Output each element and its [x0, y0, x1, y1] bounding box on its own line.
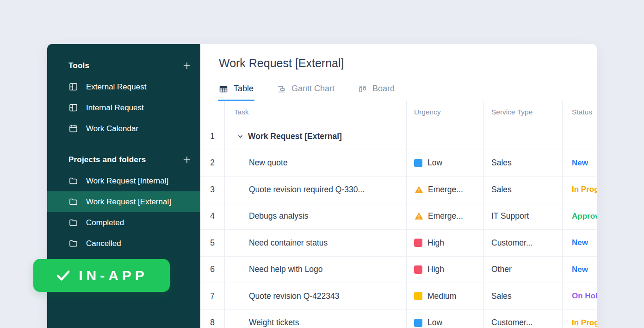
row-number: 8	[200, 310, 224, 328]
row-number: 4	[200, 203, 224, 230]
column-header-task[interactable]: Task	[224, 101, 406, 123]
status-cell[interactable]: New	[562, 230, 597, 256]
badge-label: IN-APP	[79, 268, 148, 284]
tab-label: Gantt Chart	[291, 84, 334, 94]
service-type-cell[interactable]: Customer...	[483, 310, 562, 328]
column-header-service-type[interactable]: Service Type	[483, 101, 562, 123]
service-type-cell[interactable]: Sales	[483, 150, 562, 177]
sidebar-section-title: Projects and folders	[68, 155, 146, 164]
sidebar-item-internal-request[interactable]: Internal Request	[47, 97, 200, 118]
urgency-swatch	[414, 159, 422, 167]
task-cell[interactable]: Weight tickets	[224, 310, 406, 328]
sidebar-item-completed[interactable]: Completed	[47, 212, 200, 233]
sidebar-section-title: Tools	[68, 61, 89, 70]
in-app-badge: IN-APP	[33, 259, 170, 292]
sidebar-item-work-calendar[interactable]: Work Calendar	[47, 118, 200, 139]
sidebar-item-label: Work Request [Internal]	[86, 177, 168, 186]
warning-icon	[414, 185, 424, 195]
service-type-cell[interactable]: IT Support	[483, 203, 562, 230]
task-cell[interactable]: Need help with Logo	[224, 257, 406, 283]
sidebar-item-external-request[interactable]: External Request	[47, 76, 200, 97]
table-row: 4Debugs analysisEmerge...IT SupportAppro…	[200, 203, 597, 230]
main-panel: Work Request [External] TableGantt Chart…	[200, 44, 597, 328]
status-label: New	[572, 238, 588, 247]
status-cell[interactable]: Approved	[562, 203, 597, 230]
sidebar-section-header: Projects and folders	[47, 154, 200, 166]
urgency-cell[interactable]: High	[406, 257, 483, 283]
folder-icon	[68, 239, 78, 248]
urgency-cell[interactable]: Low	[406, 150, 483, 177]
row-number: 2	[200, 150, 224, 177]
service-type-label: Other	[491, 265, 512, 274]
board-icon	[358, 84, 367, 94]
task-cell[interactable]: Work Request [External]	[224, 123, 406, 150]
urgency-cell[interactable]	[406, 123, 483, 150]
urgency-cell[interactable]: Emerge...	[406, 203, 483, 230]
column-header-urgency[interactable]: Urgency	[406, 101, 483, 123]
urgency-cell[interactable]: Low	[406, 310, 483, 328]
sidebar-item-label: Work Request [External]	[86, 197, 171, 207]
task-cell[interactable]: Need container status	[224, 230, 406, 256]
urgency-cell[interactable]: Emerge...	[406, 177, 483, 203]
plus-icon[interactable]	[182, 155, 192, 164]
service-type-label: IT Support	[491, 211, 529, 221]
service-type-cell[interactable]: Customer...	[483, 230, 562, 256]
status-cell[interactable]: On Hold	[562, 283, 597, 309]
task-name: Weight tickets	[249, 318, 299, 328]
table-body: 1Work Request [External]2New quoteLowSal…	[200, 123, 597, 328]
service-type-cell[interactable]: Other	[483, 257, 562, 283]
task-name: Quote revision Q-422343	[249, 291, 340, 301]
task-name: Debugs analysis	[249, 211, 308, 221]
row-number: 1	[200, 123, 224, 150]
task-name: Need container status	[249, 238, 328, 248]
service-type-cell[interactable]	[483, 123, 562, 150]
urgency-cell[interactable]: High	[406, 230, 483, 256]
service-type-label: Customer...	[491, 238, 533, 248]
tab-label: Table	[234, 84, 254, 94]
sidebar-item-work-request-external[interactable]: Work Request [External]	[47, 191, 200, 212]
folder-icon	[68, 176, 78, 186]
task-cell[interactable]: New quote	[224, 150, 406, 177]
sidebar-item-list: Work Request [Internal]Work Request [Ext…	[47, 170, 200, 254]
page-title: Work Request [External]	[219, 55, 597, 71]
plus-icon[interactable]	[182, 61, 192, 70]
urgency-swatch	[414, 292, 422, 300]
task-cell[interactable]: Quote revision Q-422343	[224, 283, 406, 309]
status-label: In Progress	[572, 318, 597, 328]
task-cell[interactable]: Quote revision required Q-330...	[224, 177, 406, 203]
tab-table[interactable]: Table	[219, 84, 254, 101]
status-cell[interactable]: In Progress	[562, 177, 597, 203]
status-cell[interactable]: New	[562, 150, 597, 177]
status-cell[interactable]	[562, 123, 597, 150]
service-type-cell[interactable]: Sales	[483, 283, 562, 309]
service-type-label: Sales	[491, 158, 512, 168]
task-group-title: Work Request [External]	[248, 132, 342, 141]
sidebar-item-label: Internal Request	[86, 103, 144, 113]
sidebar-item-cancelled[interactable]: Cancelled	[47, 233, 200, 254]
status-cell[interactable]: New	[562, 257, 597, 283]
request-icon	[68, 82, 78, 92]
status-label: Approved	[572, 212, 597, 221]
column-header-status[interactable]: Status	[562, 101, 597, 123]
table-row: 1Work Request [External]	[200, 123, 597, 150]
service-type-cell[interactable]: Sales	[483, 177, 562, 203]
request-icon	[68, 103, 78, 113]
urgency-swatch	[414, 265, 422, 274]
tab-gantt-chart[interactable]: Gantt Chart	[277, 84, 334, 101]
urgency-cell[interactable]: Medium	[406, 283, 483, 309]
task-cell[interactable]: Debugs analysis	[224, 203, 406, 230]
urgency-label: Emerge...	[428, 211, 463, 221]
tab-board[interactable]: Board	[358, 84, 395, 101]
service-type-label: Sales	[491, 185, 512, 195]
table-row: 8Weight ticketsLowCustomer...In Progress	[200, 310, 597, 328]
status-cell[interactable]: In Progress	[562, 310, 597, 328]
chevron-down-icon[interactable]	[237, 133, 243, 139]
task-name: Need help with Logo	[249, 265, 323, 274]
calendar-icon	[68, 124, 78, 133]
row-number: 7	[200, 283, 224, 309]
sidebar-item-label: Completed	[86, 218, 124, 227]
main-header: Work Request [External]	[200, 44, 597, 71]
sidebar-item-work-request-internal[interactable]: Work Request [Internal]	[47, 170, 200, 191]
sidebar-item-label: Work Calendar	[86, 124, 138, 133]
urgency-label: Medium	[427, 291, 456, 301]
